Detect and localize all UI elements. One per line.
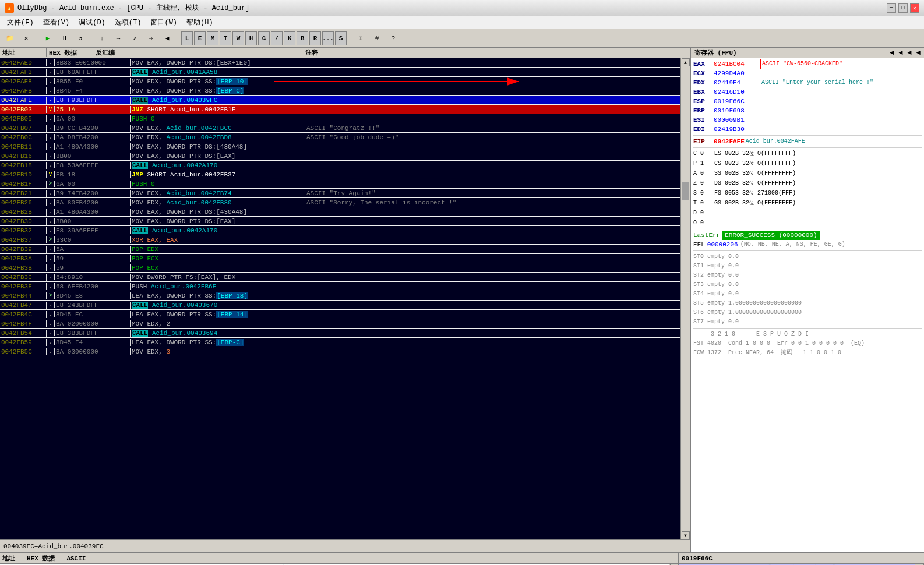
reg-ebp[interactable]: EBP 0019F698 [693,106,922,115]
table-row[interactable]: 0042FB37 > 33C0 XOR EAX, EAX [0,235,680,245]
reg-nav-1[interactable]: ◄ [890,49,894,57]
table-row[interactable]: 0042FB03 v 75 1A JNZ SHORT Acid_bur.0042… [0,105,680,114]
reg-z0[interactable]: Z 0 DS 002B 32位 O(FFFFFFFF) [693,179,922,188]
reg-ecx[interactable]: ECX 4299D4A0 [693,69,922,78]
reg-sep2 [693,147,922,148]
tb-B[interactable]: B [297,31,308,45]
tb-open[interactable]: 📁 [2,31,17,45]
tb-E[interactable]: E [194,31,206,45]
reg-o0[interactable]: O 0 [693,218,922,228]
reg-c0[interactable]: C 0 ES 002B 32位 O(FFFFFFFF) [693,149,922,158]
reg-p1[interactable]: P 1 CS 0023 32位 O(FFFFFFFF) [693,159,922,168]
minimize-button[interactable]: ─ [887,3,896,13]
table-row[interactable]: 0042FB3F . 68 6EFB4200 PUSH Acid_bur.004… [0,282,680,291]
tb-close[interactable]: ✕ [19,31,34,45]
table-row[interactable]: 0042FB05 . 6A 00 PUSH 0 [0,114,680,123]
table-row[interactable]: 0042FB18 . E8 53A6FFFF CALL Acid_bur.004… [0,161,680,170]
tb-steptrace[interactable]: ↗ [127,31,142,45]
tb-runto[interactable]: ⇒ [143,31,158,45]
table-row[interactable]: 0042FAED . 8B83 E0010000 MOV EAX, DWORD … [0,58,680,68]
tb-H[interactable]: H [245,31,257,45]
tb-dots[interactable]: ... [322,31,334,45]
reg-efl[interactable]: EFL 00000206 (NO, NB, NE, A, NS, PE, GE,… [693,240,922,249]
table-row[interactable]: 0042FB26 . BA 80FB4200 MOV EDX, Acid_bur… [0,198,680,207]
menu-window[interactable]: 窗口(W) [146,16,182,29]
reg-sep5 [693,328,922,329]
reg-eip[interactable]: EIP 0042FAFE Acid_bur.0042FAFE [693,137,922,146]
table-row[interactable]: 0042FB21 . B9 74FB4200 MOV ECX, Acid_bur… [0,189,680,198]
reg-eax[interactable]: EAX 0241BC04 ASCII "CW-6560-CRACKED" [693,59,922,69]
table-row[interactable]: 0042FB3A . 59 POP ECX [0,254,680,263]
reg-s0[interactable]: S 0 FS 0053 32位 271000(FFF) [693,189,922,198]
reg-st2: ST2 empty 0.0 [693,271,922,280]
table-row[interactable]: 0042FB32 . E8 39A6FFFF CALL Acid_bur.004… [0,226,680,235]
menu-view[interactable]: 查看(V) [38,16,75,29]
tb-back[interactable]: ◀ [160,31,175,45]
table-row[interactable]: 0042FB47 . E8 243BFDFF CALL Acid_bur.004… [0,301,680,310]
table-row[interactable]: 0042FB2B . A1 480A4300 MOV EAX, DWORD PT… [0,207,680,217]
tb-restart[interactable]: ↺ [73,31,88,45]
tb-play[interactable]: ▶ [40,31,55,45]
tb-pause[interactable]: ⏸ [57,31,72,45]
table-row[interactable]: 0042FAFB . 8B45 F4 MOV EAX, DWORD PTR SS… [0,86,680,96]
tb-stepover[interactable]: → [111,31,126,45]
tb-stepinto[interactable]: ↓ [94,31,110,45]
table-row[interactable]: 0042FB11 . A1 480A4300 MOV EAX, DWORD PT… [0,142,680,151]
table-row[interactable]: 0042FAFE . E8 F93EFDFF CALL Acid_bur.004… [0,96,680,105]
scroll-thumb[interactable] [682,182,689,200]
maximize-button[interactable]: □ [898,3,908,13]
tb-help[interactable]: ? [386,31,401,45]
reg-esp[interactable]: ESP 0019F66C [693,97,922,106]
reg-ebx[interactable]: EBX 02416D10 [693,87,922,97]
table-row[interactable]: 0042FB4F . BA 02000000 MOV EDX, 2 [0,319,680,329]
reg-a0[interactable]: A 0 SS 002B 32位 O(FFFFFFFF) [693,169,922,178]
menu-options[interactable]: 选项(T) [110,16,146,29]
table-row[interactable]: 0042FB39 . 5A POP EDX [0,245,680,254]
menu-help[interactable]: 帮助(H) [182,16,218,29]
table-row[interactable]: 0042FB07 . B9 CCFB4200 MOV ECX, Acid_bur… [0,123,680,133]
reg-esi[interactable]: ESI 000009B1 [693,115,922,125]
tb-T[interactable]: T [220,31,231,45]
col-addr-label: 地址 [0,48,47,57]
tb-K[interactable]: K [284,31,295,45]
tb-grid[interactable]: ⊞ [353,31,368,45]
disasm-scrollbar[interactable]: ▲ ▼ [680,58,690,539]
close-button[interactable]: ✕ [910,3,919,13]
tb-L[interactable]: L [181,31,193,45]
table-row[interactable]: 0042FB30 . 8B00 MOV EAX, DWORD PTR DS:[E… [0,217,680,226]
tb-R[interactable]: R [309,31,321,45]
table-row[interactable]: 0042FB5C . BA 03000000 MOV EDX, 3 [0,347,680,356]
reg-edi[interactable]: EDI 02419B30 [693,125,922,134]
table-row[interactable]: 0042FB1D v EB 18 JMP SHORT Acid_bur.0042… [0,170,680,179]
table-row[interactable]: 0042FB54 . E8 3B3BFDFF CALL Acid_bur.004… [0,329,680,338]
tb-S[interactable]: S [335,31,347,45]
table-row[interactable]: 0042FB1F > 6A 00 PUSH 0 [0,179,680,189]
table-row[interactable]: 0042FB4C . 8D45 EC LEA EAX, DWORD PTR SS… [0,310,680,319]
reg-nav-2[interactable]: ◄ [898,49,902,57]
table-row[interactable]: 0042FAF8 . 8B55 F0 MOV EDX, DWORD PTR SS… [0,77,680,86]
tb-W[interactable]: W [232,31,244,45]
menu-debug[interactable]: 调试(D) [74,16,110,29]
table-row[interactable]: 0042FB59 . 8D45 F4 LEA EAX, DWORD PTR SS… [0,338,680,347]
menu-file[interactable]: 文件(F) [2,16,38,29]
window-title: OllyDbg - Acid burn.exe - [CPU - 主线程, 模块… [17,3,249,13]
table-row[interactable]: 0042FB16 . 8B00 MOV EAX, DWORD PTR DS:[E… [0,151,680,161]
table-row[interactable]: 0042FB0C . BA D8FB4200 MOV EDX, Acid_bur… [0,133,680,142]
reg-nav[interactable]: ◄ ◄ ◄ ◄ [890,49,921,57]
reg-nav-3[interactable]: ◄ [908,49,912,57]
reg-st6: ST6 empty 1.0000000000000000000 [693,308,922,317]
table-row[interactable]: 0042FB3C . 64:8910 MOV DWORD PTR FS:[EAX… [0,273,680,282]
tb-hash[interactable]: # [369,31,385,45]
tb-M[interactable]: M [207,31,218,45]
tb-C[interactable]: C [258,31,270,45]
scroll-up-arrow[interactable]: ▲ [682,58,690,66]
scroll-down-arrow[interactable]: ▼ [682,531,690,539]
table-row[interactable]: 0042FB44 > 8D45 E8 LEA EAX, DWORD PTR SS… [0,291,680,301]
tb-slash[interactable]: / [271,31,283,45]
reg-nav-4[interactable]: ◄ [916,49,921,57]
table-row[interactable]: 0042FAF3 . E8 60AFFEFF CALL Acid_bur.004… [0,68,680,77]
reg-edx[interactable]: EDX 02419F4 ASCII "Enter your serial her… [693,78,922,87]
table-row[interactable]: 0042FB3B . 59 POP ECX [0,263,680,273]
reg-t0[interactable]: T 0 GS 002B 32位 O(FFFFFFFF) [693,199,922,208]
reg-d0[interactable]: D 0 [693,209,922,218]
